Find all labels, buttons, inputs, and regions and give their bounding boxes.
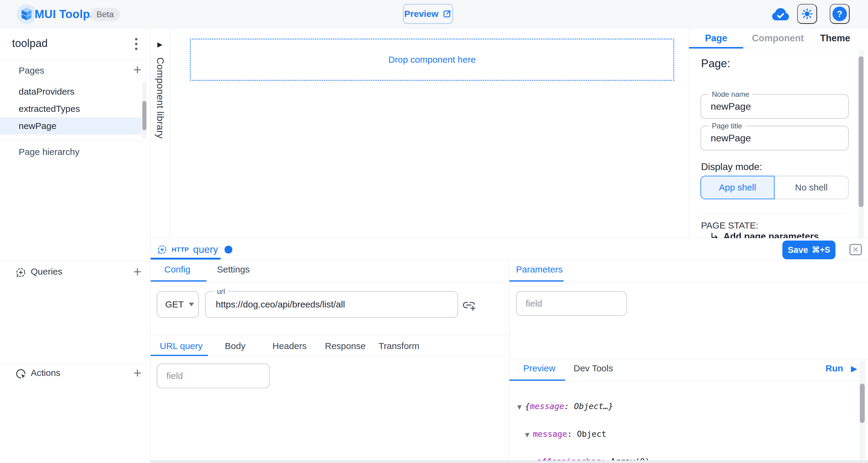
inspector-scrollbar-thumb[interactable]: [859, 56, 864, 207]
divider: [509, 259, 510, 460]
divider: [151, 356, 509, 356]
inspector-scrollbar: [858, 50, 864, 238]
run-button-label: Run: [826, 363, 843, 373]
query-icon: [157, 244, 167, 255]
pages-scrollbar: [142, 82, 147, 138]
page-canvas: Drop component here: [170, 29, 689, 238]
add-query-button[interactable]: +: [130, 265, 145, 279]
http-method-value: GET: [165, 299, 184, 310]
inspector-tabs: Page Component Theme: [689, 29, 868, 48]
query-editor-tab[interactable]: HTTP query: [157, 242, 232, 258]
sidebar-item-newpage[interactable]: newPage: [0, 117, 142, 134]
page-heading: Page:: [701, 57, 730, 70]
horizontal-scrollbar-track[interactable]: [151, 460, 868, 463]
query-editor-panel: HTTP query Save ⌘+S ✕ Config Settings GE…: [151, 238, 868, 463]
theme-toggle-button[interactable]: [797, 4, 817, 24]
expand-panel-icon[interactable]: ▶: [157, 41, 162, 48]
tab-preview[interactable]: Preview: [523, 363, 555, 373]
tab-component[interactable]: Component: [743, 29, 812, 48]
project-name: toolpad: [12, 37, 48, 50]
display-mode-app-shell[interactable]: App shell: [701, 176, 775, 199]
tab-body[interactable]: Body: [225, 341, 245, 351]
result-scrollbar-thumb[interactable]: [860, 384, 865, 423]
add-link-icon: [462, 298, 476, 312]
page-title-input[interactable]: [711, 126, 840, 150]
divider: [151, 335, 509, 336]
json-result-tree: ▼{message: Object…} ▼message: Object aff…: [517, 384, 855, 460]
add-link-button[interactable]: [462, 298, 476, 312]
unsaved-indicator-dot: [224, 246, 232, 253]
kebab-menu-icon: [135, 37, 138, 51]
save-button-label: Save: [788, 245, 808, 255]
add-action-button[interactable]: +: [130, 366, 145, 380]
run-button[interactable]: Run ▶: [826, 363, 857, 373]
save-shortcut-label: ⌘+S: [812, 245, 830, 255]
tree-expander-icon[interactable]: ▼: [525, 430, 533, 439]
node-name-field: Node name: [701, 94, 849, 119]
http-method-select[interactable]: GET: [157, 291, 199, 318]
tab-settings[interactable]: Settings: [217, 265, 250, 275]
divider: [0, 363, 151, 364]
parameters-field-input[interactable]: [516, 291, 627, 316]
node-name-input[interactable]: [711, 95, 840, 118]
page-hierarchy-label: Page hierarchy: [19, 147, 80, 157]
light-mode-icon: [801, 7, 813, 20]
help-icon: ?: [832, 7, 847, 21]
add-page-button[interactable]: +: [130, 62, 145, 77]
help-button[interactable]: ?: [830, 4, 849, 24]
pages-section-label: Pages: [19, 65, 44, 76]
active-parameters-tab-indicator: [509, 280, 564, 281]
tab-response[interactable]: Response: [325, 341, 366, 351]
app-window: MUI Toolpad Beta Preview: [0, 0, 868, 463]
tab-url-query[interactable]: URL query: [160, 341, 203, 351]
actions-section-label: Actions: [31, 368, 60, 378]
close-panel-button[interactable]: ✕: [849, 244, 862, 255]
deploy-status: [769, 6, 791, 23]
play-icon: ▶: [851, 364, 857, 373]
component-library-panel[interactable]: ▶ Component library: [151, 29, 170, 238]
sidebar-item-extractedtypes[interactable]: extractedTypes: [0, 100, 142, 117]
app-header: MUI Toolpad Beta Preview: [0, 0, 868, 29]
inspector-panel: Page Component Theme Page: Node name Pag…: [689, 29, 868, 238]
divider: [509, 381, 868, 381]
cloud-check-icon: [770, 7, 789, 22]
preview-button-label: Preview: [404, 9, 438, 19]
chevron-down-icon: [189, 303, 194, 306]
divider: [0, 140, 151, 141]
preview-button[interactable]: Preview: [403, 4, 453, 24]
url-input[interactable]: [216, 292, 448, 317]
tab-page[interactable]: Page: [689, 29, 743, 48]
project-menu-button[interactable]: [130, 36, 143, 52]
project-sidebar: toolpad Pages + dataProviders extractedT…: [0, 29, 151, 463]
tree-row-message[interactable]: ▼message: Object: [517, 430, 855, 439]
toolpad-logo-icon: [21, 7, 33, 21]
tab-config[interactable]: Config: [164, 265, 190, 275]
open-in-new-icon: [442, 9, 452, 19]
drop-zone[interactable]: Drop component here: [190, 38, 674, 81]
query-kind-label: HTTP: [172, 246, 189, 253]
active-tab-indicator: [689, 47, 743, 49]
tree-expander-icon[interactable]: ▼: [517, 403, 525, 412]
sidebar-item-dataproviders[interactable]: dataProviders: [0, 83, 142, 100]
tab-dev-tools[interactable]: Dev Tools: [574, 363, 613, 373]
tab-theme[interactable]: Theme: [812, 29, 858, 48]
tree-row-affenpinscher[interactable]: affenpinscher: Array(0): [517, 457, 855, 460]
add-page-parameters-label: Add page parameters: [723, 231, 819, 238]
tab-headers[interactable]: Headers: [273, 341, 307, 351]
tree-row-root[interactable]: ▼{message: Object…}: [517, 402, 855, 412]
display-mode-no-shell[interactable]: No shell: [774, 176, 849, 199]
add-page-parameters-button[interactable]: Add page parameters: [710, 231, 819, 238]
subdirectory-arrow-icon: [710, 232, 719, 238]
beta-badge: Beta: [90, 8, 120, 21]
drop-zone-label: Drop component here: [388, 55, 475, 65]
tab-parameters[interactable]: Parameters: [516, 265, 563, 275]
pages-scrollbar-thumb[interactable]: [142, 101, 147, 130]
divider: [509, 359, 868, 359]
url-query-field-input[interactable]: [157, 364, 270, 388]
actions-icon: [15, 368, 27, 379]
save-button[interactable]: Save ⌘+S: [782, 241, 835, 259]
tab-transform[interactable]: Transform: [378, 341, 420, 351]
queries-section-label: Queries: [31, 267, 62, 277]
toolpad-logo: [17, 4, 36, 24]
result-scrollbar: [860, 361, 865, 460]
